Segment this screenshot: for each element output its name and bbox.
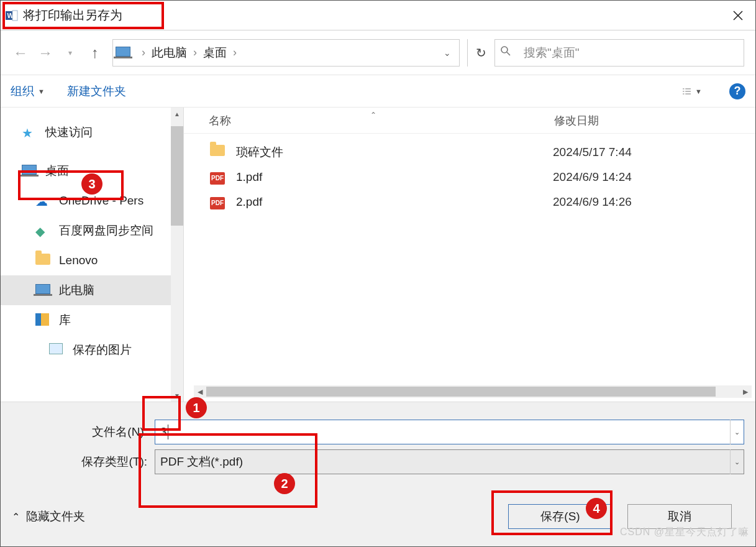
scroll-right-arrow-icon[interactable]: ▶ [739,388,752,396]
nav-row: ← → ▾ ↑ › 此电脑 › 桌面 › ⌄ ↻ 搜索"桌面" [1,30,755,75]
scroll-thumb[interactable] [206,387,716,397]
file-name: 1.pdf [236,170,553,184]
search-icon [500,45,515,60]
tree-label: 百度网盘同步空间 [59,223,153,239]
picture-icon [49,343,66,357]
scroll-thumb[interactable] [171,126,183,226]
tree-item-baidu[interactable]: ◆ 百度网盘同步空间 [1,216,183,246]
address-bar[interactable]: › 此电脑 › 桌面 › ⌄ [112,39,460,67]
tree-item-desktop[interactable]: 桌面 [1,156,183,186]
user-folder-icon [35,254,53,267]
content-area: ★ 快速访问 桌面 ☁ OneDrive - Pers ◆ 百度网盘同步空间 [1,108,755,402]
dialog-title: 将打印输出另存为 [23,7,122,24]
chevron-right-icon: › [142,46,145,59]
file-row[interactable]: 琐碎文件 2024/5/17 7:44 [184,140,755,165]
nav-tree[interactable]: ★ 快速访问 桌面 ☁ OneDrive - Pers ◆ 百度网盘同步空间 [1,108,184,402]
sync-disk-icon: ◆ [35,224,53,237]
cloud-icon: ☁ [35,194,53,208]
filename-row: 文件名(N): 3 ⌄ [12,420,744,444]
address-history-button[interactable]: ⌄ [438,48,457,58]
filetype-dropdown-button[interactable]: ⌄ [730,449,744,474]
tree-label: 快速访问 [45,124,93,140]
save-as-dialog: W 将打印输出另存为 ← → ▾ ↑ › 此电脑 › 桌面 › ⌄ ↻ 搜索"桌… [0,0,756,547]
chevron-up-icon: ⌃ [12,511,20,523]
tree-item-quick-access[interactable]: ★ 快速访问 [1,117,183,147]
tree-item-saved-pictures[interactable]: 保存的图片 [1,335,183,365]
tree-label: 此电脑 [59,282,94,298]
sort-asc-icon: ⌃ [370,111,376,119]
chevron-right-icon: › [233,46,237,59]
help-button[interactable]: ? [729,83,745,99]
bottom-panel: 文件名(N): 3 ⌄ 保存类型(T): PDF 文档(*.pdf) ⌄ ⌃ 隐… [1,402,755,546]
tree-label: 保存的图片 [73,342,132,358]
filetype-row: 保存类型(T): PDF 文档(*.pdf) ⌄ [12,449,744,474]
organize-label: 组织 [11,83,34,99]
back-button[interactable]: ← [8,40,33,65]
tree-item-lenovo[interactable]: Lenovo [1,246,183,275]
breadcrumb-seg-2[interactable]: 桌面 [203,45,227,61]
file-row[interactable]: PDF 2.pdf 2024/6/9 14:26 [184,190,755,214]
svg-line-6 [507,52,510,55]
forward-button[interactable]: → [33,40,58,65]
library-icon [35,313,53,327]
column-headers[interactable]: 名称 ⌃ 修改日期 [184,108,755,134]
file-rows: 琐碎文件 2024/5/17 7:44 PDF 1.pdf 2024/6/9 1… [184,134,755,385]
up-button[interactable]: ↑ [83,40,107,65]
svg-rect-2 [12,11,17,21]
chevron-down-icon: ▼ [695,88,702,95]
filetype-value: PDF 文档(*.pdf) [160,454,243,470]
search-box[interactable]: 搜索"桌面" [494,39,744,67]
file-row[interactable]: PDF 1.pdf 2024/6/9 14:24 [184,165,755,190]
file-date: 2024/6/9 14:26 [553,195,632,209]
folder-icon [210,145,227,160]
word-app-icon: W [6,9,18,22]
file-name: 琐碎文件 [236,144,553,160]
tree-label: 桌面 [45,163,69,179]
scroll-up-arrow-icon[interactable]: ▲ [171,108,183,120]
tree-label: 库 [59,312,71,328]
filetype-label: 保存类型(T): [12,454,155,470]
tree-scrollbar[interactable]: ▲ ▼ [171,108,183,402]
recent-locations-button[interactable]: ▾ [58,40,83,65]
filename-dropdown-button[interactable]: ⌄ [730,420,744,444]
filetype-select[interactable]: PDF 文档(*.pdf) ⌄ [155,449,744,474]
laptop-icon [35,283,53,297]
pdf-icon: PDF [210,170,227,185]
tree-label: OneDrive - Pers [59,194,143,208]
breadcrumb-seg-1[interactable]: 此电脑 [152,45,187,61]
search-placeholder: 搜索"桌面" [524,45,580,61]
svg-point-5 [501,47,508,53]
tree-label: Lenovo [59,254,98,267]
refresh-button[interactable]: ↻ [467,39,494,67]
pdf-icon: PDF [210,195,227,209]
chevron-down-icon: ▼ [38,88,45,95]
horizontal-scrollbar[interactable]: ◀ ▶ [194,385,752,398]
file-name: 2.pdf [236,195,553,209]
chevron-right-icon: › [193,46,197,59]
laptop-icon [22,164,39,178]
star-icon: ★ [22,126,39,139]
view-options-button[interactable]: ▼ [682,85,702,98]
tree-item-libraries[interactable]: 库 [1,305,183,335]
toolbar: 组织 ▼ 新建文件夹 ▼ ? [1,75,755,108]
titlebar: W 将打印输出另存为 [1,1,755,30]
scroll-left-arrow-icon[interactable]: ◀ [194,388,206,396]
filename-input[interactable]: 3 ⌄ [155,420,744,444]
location-icon [116,47,132,59]
scroll-track[interactable] [206,387,739,397]
new-folder-label: 新建文件夹 [67,83,126,99]
cancel-button[interactable]: 取消 [627,504,732,529]
column-header-date[interactable]: 修改日期 [554,113,599,128]
file-date: 2024/5/17 7:44 [553,145,632,159]
save-button[interactable]: 保存(S) [508,504,613,529]
close-button[interactable] [721,2,755,29]
actions-row: ⌃ 隐藏文件夹 保存(S) 取消 [12,504,744,529]
tree-item-this-pc[interactable]: 此电脑 [1,275,183,305]
tree-item-onedrive[interactable]: ☁ OneDrive - Pers [1,186,183,216]
organize-button[interactable]: 组织 ▼ [11,83,45,99]
scroll-down-arrow-icon[interactable]: ▼ [171,389,183,402]
hide-folders-toggle[interactable]: ⌃ 隐藏文件夹 [12,508,85,525]
column-header-name[interactable]: 名称 ⌃ [209,113,554,128]
new-folder-button[interactable]: 新建文件夹 [67,83,126,99]
file-date: 2024/6/9 14:24 [553,170,632,184]
